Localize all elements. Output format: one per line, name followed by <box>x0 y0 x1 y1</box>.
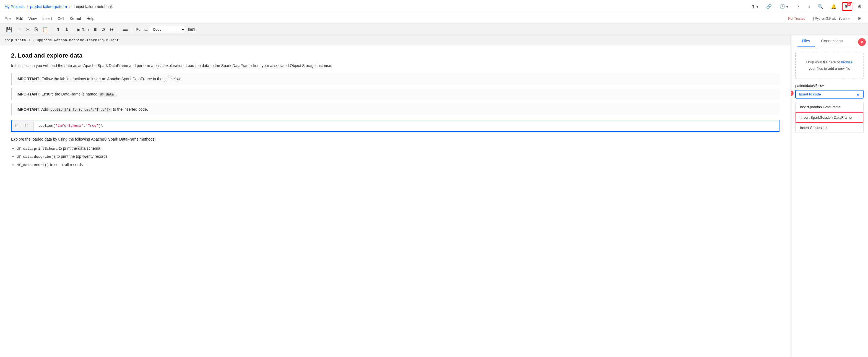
run-icon: ▶ <box>78 27 81 32</box>
method-describe-desc: to print the top twenty records <box>56 154 107 158</box>
expand-button[interactable]: ⊞ <box>856 15 864 22</box>
my-projects-link[interactable]: My Projects <box>4 4 25 9</box>
menu-insert[interactable]: Insert <box>42 16 52 21</box>
file-section: patientdataV6.csv 2 Insert to code ▲ Ins… <box>795 84 864 133</box>
run-label: Run <box>82 27 89 32</box>
callout-3-text: : Add <box>39 107 49 112</box>
drop-text-1: Drop your file here or <box>806 60 840 64</box>
panel-header: Files Connections ✕ <box>791 35 868 47</box>
cell-code[interactable]: .option('inferSchema','True')\ <box>34 120 779 131</box>
notebook-content: 2. Load and explore data In this section… <box>0 46 790 177</box>
menu-bar: File Edit View Insert Cell Kernel Help N… <box>0 13 868 24</box>
top-navigation: My Projects / predict-failure-pattern / … <box>0 0 868 13</box>
history-button[interactable]: 🕐 ▾ <box>777 3 790 10</box>
callout-1-text: : Follow the lab instructions to insert … <box>39 77 182 81</box>
run-button[interactable]: ▶ Run <box>75 26 91 33</box>
callout-2-text: : Ensure the DataFrame is named <box>39 92 98 96</box>
callout-2: IMPORTANT: Ensure the DataFrame is named… <box>11 88 779 100</box>
keyboard-button[interactable]: ⌨ <box>186 26 197 34</box>
move-up-button[interactable]: ⬆ <box>55 26 62 34</box>
option-arg1: 'inferSchema' <box>55 124 83 128</box>
separator-1 <box>52 26 52 33</box>
method-printschema: df_data.printSchema <box>17 147 58 151</box>
paste-button[interactable]: 📋 <box>40 26 50 34</box>
callout-1: IMPORTANT: Follow the lab instructions t… <box>11 73 779 85</box>
separator-3 <box>119 26 119 33</box>
option-sparksession[interactable]: 3 Insert SparkSession DataFrame <box>796 112 863 123</box>
list-item-2: df_data.describe() to print the top twen… <box>17 153 779 160</box>
notifications-button[interactable]: 🔔 <box>829 3 839 10</box>
badge-2: 2 <box>791 90 794 96</box>
menu-kernel[interactable]: Kernel <box>70 16 81 21</box>
drop-zone[interactable]: Drop your file here or browse your files… <box>795 52 864 79</box>
callout-2-code: df_data <box>98 92 115 97</box>
info-button[interactable]: ℹ <box>806 3 812 10</box>
fast-forward-button[interactable]: ⏭ <box>108 26 117 33</box>
separator-4 <box>132 26 132 33</box>
method-printschema-desc: to print the data schema <box>59 146 100 151</box>
browse-link[interactable]: browse <box>841 60 852 64</box>
pip-install-cell: !pip install --upgrade watson-machine-le… <box>0 35 790 46</box>
trust-status: Not Trusted <box>788 17 805 21</box>
restart-button[interactable]: ↺ <box>100 26 107 34</box>
breadcrumb: My Projects / predict-failure-pattern / … <box>4 4 113 9</box>
notebook-name: predict failure notebook <box>72 4 113 9</box>
save-button[interactable]: 💾 <box>4 26 14 34</box>
move-down-button[interactable]: ⬇ <box>63 26 70 34</box>
callout-2-important: IMPORTANT <box>17 92 39 96</box>
cell-format-select[interactable]: Code Markdown Raw NBConvert <box>150 26 185 33</box>
callout-3-important: IMPORTANT <box>17 107 39 112</box>
list-item-1: df_data.printSchema to print the data sc… <box>17 145 779 152</box>
section-description: In this section you will load the data a… <box>11 63 779 69</box>
cell-type-button[interactable]: ▬ <box>121 26 129 33</box>
method-count: df_data.count() <box>17 163 49 167</box>
insert-btn-wrapper: 2 Insert to code ▲ <box>795 90 864 98</box>
right-panel: Files Connections ✕ Drop your file here … <box>790 35 868 357</box>
menu-view[interactable]: View <box>29 16 37 21</box>
project-link[interactable]: predict-failure-pattern <box>30 4 67 9</box>
stop-button[interactable]: ■ <box>92 26 98 33</box>
top-nav-actions: ⬆ ▾ 🔗 🕐 ▾ ⋮ ℹ 🔍 🔔 ⊞ 1 ⊕ <box>749 2 864 11</box>
method-list: df_data.printSchema to print the data sc… <box>17 145 779 168</box>
menu-cell[interactable]: Cell <box>58 16 64 21</box>
file-name: patientdataV6.csv <box>795 84 864 88</box>
share-button[interactable]: 🔗 <box>764 3 774 10</box>
code-cell-main[interactable]: In [ ]: .option('inferSchema','True')\ <box>11 120 779 132</box>
more-button[interactable]: ⋮ <box>794 3 803 10</box>
section-heading: 2. Load and explore data <box>11 52 779 59</box>
format-label: Format <box>136 27 148 32</box>
option-code: .option('inferSchema','True')\ <box>38 124 103 128</box>
menu-help[interactable]: Help <box>86 16 94 21</box>
chevron-up-icon: ▲ <box>856 92 860 96</box>
close-panel-button[interactable]: ✕ <box>858 38 866 46</box>
method-describe: df_data.describe() <box>17 155 55 159</box>
drop-text-2: your files to add a new file <box>809 66 850 70</box>
option-credentials[interactable]: Insert Credentials <box>796 123 863 132</box>
notebook-area: !pip install --upgrade watson-machine-le… <box>0 35 790 357</box>
grid-view-button[interactable]: ⊞ 1 <box>842 2 852 11</box>
toolbar: 💾 ＋ ✂ ⎘ 📋 ⬆ ⬇ ▶ Run ■ ↺ ⏭ ▬ Format Code … <box>0 24 868 35</box>
sep2: / <box>69 4 70 9</box>
callout-3: IMPORTANT: Add .option('inferSchema','Tr… <box>11 103 779 115</box>
menu-file[interactable]: File <box>4 16 11 21</box>
insert-to-code-button[interactable]: Insert to code ▲ <box>795 90 864 98</box>
panel-content: Drop your file here or browse your files… <box>791 47 868 357</box>
menu-edit[interactable]: Edit <box>16 16 23 21</box>
copy-button[interactable]: ⎘ <box>33 26 39 33</box>
pip-command: !pip install --upgrade watson-machine-le… <box>4 38 119 42</box>
search-button[interactable]: 🔍 <box>815 3 826 10</box>
panel-tabs: Files Connections <box>793 35 858 47</box>
apps-button[interactable]: ⊕ <box>856 3 864 10</box>
kernel-status: | Python 3.6 with Spark ○ <box>813 17 850 21</box>
sep1: / <box>27 4 28 9</box>
option-arg2: 'True' <box>86 124 99 128</box>
cut-button[interactable]: ✂ <box>24 26 32 34</box>
tab-files[interactable]: Files <box>798 35 815 47</box>
tab-connections[interactable]: Connections <box>817 35 847 47</box>
option-pandas[interactable]: Insert pandas DataFrame <box>796 102 863 112</box>
explore-description: Explore the loaded data by using the fol… <box>11 136 779 142</box>
add-cell-button[interactable]: ＋ <box>15 25 23 34</box>
upload-button[interactable]: ⬆ ▾ <box>749 3 761 10</box>
callout-3-code: .option('inferSchema','True')\ <box>49 108 112 112</box>
insert-dropdown: Insert pandas DataFrame 3 Insert SparkSe… <box>795 102 864 133</box>
